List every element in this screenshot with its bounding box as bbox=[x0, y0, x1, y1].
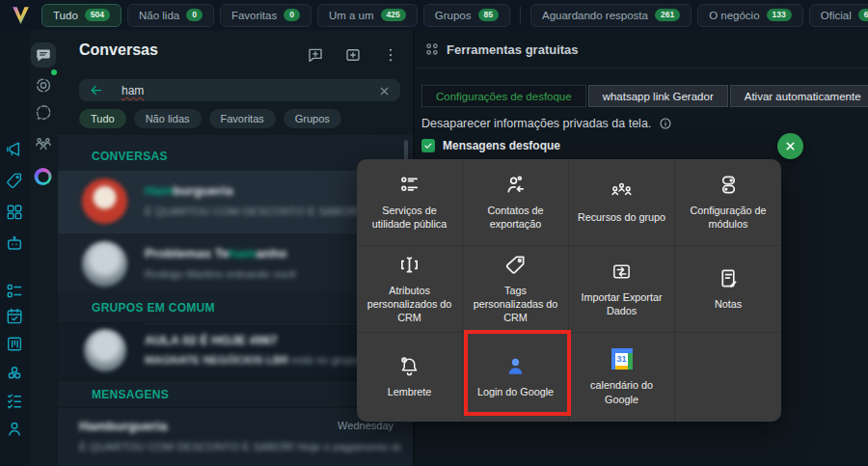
empty-icon bbox=[718, 367, 740, 389]
add-window-icon[interactable] bbox=[344, 46, 362, 64]
tab-count-badge: 261 bbox=[655, 9, 680, 22]
tool-recursos-do-grupo[interactable]: Recursos do grupo bbox=[569, 159, 675, 246]
tab-label: Não lida bbox=[139, 10, 179, 21]
communities-icon[interactable] bbox=[35, 134, 53, 152]
tool-contatos-de-exporta-o[interactable]: Contatos de exportação bbox=[463, 159, 569, 246]
tool-label: Login do Google bbox=[477, 385, 554, 398]
section-label: MENSAGENS bbox=[92, 388, 169, 401]
google-calendar-icon: 31 bbox=[610, 348, 633, 370]
topbar-tab-n-o-lida[interactable]: Não lida0 bbox=[127, 4, 214, 27]
topbar-tab-o-neg-cio[interactable]: O negócio133 bbox=[697, 4, 803, 27]
crm-attributes-icon bbox=[398, 254, 420, 276]
tool-atributos-personalizados-do-crm[interactable]: Atributos personalizados do CRM bbox=[357, 246, 463, 333]
tools-tab-ativar-automaticamente[interactable]: Ativar automaticamente bbox=[730, 85, 868, 107]
tools-tab-bar: Configurações de desfoquewhatsapp link G… bbox=[421, 85, 868, 107]
tool-notas[interactable]: Notas bbox=[675, 246, 781, 333]
tab-count-badge: 425 bbox=[381, 9, 406, 22]
meta-ai-icon[interactable] bbox=[35, 168, 53, 186]
back-arrow-icon[interactable] bbox=[89, 83, 103, 97]
org-circles-icon[interactable] bbox=[6, 364, 24, 382]
tab-count-badge: 504 bbox=[85, 9, 110, 22]
filter-chip-n-o-lidas[interactable]: Não lidas bbox=[134, 109, 202, 128]
info-icon[interactable] bbox=[659, 117, 672, 130]
tool-importar-exportar-dados[interactable]: Importar Exportar Dados bbox=[569, 246, 675, 333]
topbar-tab-list: Tudo504Não lida0Favoritas0Um a um425Grup… bbox=[41, 3, 868, 27]
checkbox-checked-icon[interactable] bbox=[421, 139, 435, 152]
sidebar-primary-rail bbox=[0, 30, 30, 466]
filter-chip-grupos[interactable]: Grupos bbox=[284, 109, 341, 128]
close-button[interactable] bbox=[777, 133, 803, 159]
app-logo-icon bbox=[9, 3, 33, 27]
apps-grid-icon bbox=[424, 41, 440, 57]
sidebar-secondary-rail bbox=[29, 30, 58, 466]
channels-icon[interactable] bbox=[35, 103, 53, 122]
online-dot bbox=[51, 69, 57, 75]
tool-configura-o-de-m-dulos[interactable]: Configuração de módulos bbox=[675, 159, 781, 246]
status-icon[interactable] bbox=[35, 76, 53, 95]
tab-label: Aguardando resposta bbox=[542, 10, 648, 21]
search-bar[interactable]: ham bbox=[79, 79, 400, 101]
clear-search-icon[interactable] bbox=[378, 84, 391, 96]
kebab-menu-icon[interactable] bbox=[382, 46, 399, 64]
tool-login-do-google[interactable]: Login do Google bbox=[463, 333, 569, 422]
list-boxes-icon[interactable] bbox=[6, 282, 24, 300]
checkbox-label: Mensagens desfoque bbox=[443, 139, 560, 152]
tool-lembrete[interactable]: Lembrete bbox=[357, 333, 463, 422]
conversations-title: Conversas bbox=[79, 41, 158, 59]
tab-count-badge: 133 bbox=[767, 9, 792, 22]
megaphone-icon[interactable] bbox=[6, 140, 24, 158]
task-list-icon[interactable] bbox=[6, 392, 24, 410]
topbar-tab-aguardando-resposta[interactable]: Aguardando resposta261 bbox=[530, 4, 692, 27]
tools-tab-whatsapp-link-gerador[interactable]: whatsapp link Gerador bbox=[588, 85, 728, 107]
tools-header: Ferramentas gratuitas bbox=[415, 30, 868, 69]
message-title: Hamburgueria bbox=[79, 419, 168, 433]
tool-empty bbox=[675, 333, 781, 422]
tool-tags-personalizadas-do-crm[interactable]: Tags personalizadas do CRM bbox=[463, 246, 569, 333]
filter-chip-favoritas[interactable]: Favoritas bbox=[209, 109, 276, 128]
tab-label: Grupos bbox=[435, 10, 472, 21]
tool-label: Atributos personalizados do CRM bbox=[365, 284, 454, 325]
chat-icon[interactable] bbox=[31, 42, 56, 68]
topbar-tab-oficial[interactable]: Oficial62 bbox=[809, 4, 868, 27]
blur-messages-checkbox-row[interactable]: Mensagens desfoque bbox=[421, 139, 560, 152]
topbar-tab-tudo[interactable]: Tudo504 bbox=[41, 4, 122, 27]
import-export-icon bbox=[610, 260, 633, 283]
bot-icon[interactable] bbox=[6, 234, 24, 253]
tool-label: Tags personalizadas do CRM bbox=[471, 284, 560, 325]
tool-servi-os-de-utilidade-p-blica[interactable]: Serviços de utilidade pública bbox=[357, 159, 463, 246]
meta-ai-ring bbox=[35, 168, 52, 185]
topbar-tab-um-a-um[interactable]: Um a um425 bbox=[317, 4, 418, 27]
tools-title: Ferramentas gratuitas bbox=[447, 42, 579, 57]
group-title: AULA 02 É HOJE #067 bbox=[145, 333, 278, 347]
chat-name: Hamburgueria bbox=[145, 183, 233, 198]
calendar-check-icon[interactable] bbox=[6, 307, 24, 325]
tab-label: Um a um bbox=[329, 10, 374, 21]
person-icon[interactable] bbox=[6, 420, 24, 438]
search-input[interactable]: ham bbox=[122, 84, 144, 97]
tab-count-badge: 62 bbox=[858, 9, 868, 22]
topbar-tab-favoritas[interactable]: Favoritas0 bbox=[220, 4, 312, 27]
new-chat-icon[interactable] bbox=[307, 46, 324, 64]
tool-label: Configuração de módulos bbox=[683, 204, 773, 232]
tools-tab-configura-es-de-desfoque[interactable]: Configurações de desfoque bbox=[421, 85, 586, 107]
tab-label: Favoritas bbox=[231, 10, 277, 21]
tab-label: Tudo bbox=[53, 10, 78, 21]
modules-icon[interactable] bbox=[6, 203, 24, 221]
app-screen: Tudo504Não lida0Favoritas0Um a um425Grup… bbox=[0, 0, 868, 466]
tool-label: Notas bbox=[715, 297, 742, 311]
topbar-tab-grupos[interactable]: Grupos85 bbox=[423, 4, 510, 27]
tag-icon[interactable] bbox=[6, 172, 24, 190]
google-calendar-icon: 31 bbox=[611, 348, 633, 370]
tool-label: Contatos de exportação bbox=[471, 204, 560, 232]
chat-name: Problemas Tehamanho bbox=[145, 246, 287, 260]
tool-calend-rio-do-google[interactable]: 31calendário do Google bbox=[569, 333, 675, 422]
filter-chip-tudo[interactable]: Tudo bbox=[79, 109, 126, 128]
reminder-icon bbox=[398, 355, 420, 377]
section-label: CONVERSAS bbox=[92, 150, 168, 163]
tool-label: Serviços de utilidade pública bbox=[365, 204, 454, 232]
tab-label: Oficial bbox=[821, 10, 852, 21]
tool-label: Importar Exportar Dados bbox=[577, 290, 666, 318]
tool-label: calendário do Google bbox=[577, 378, 666, 406]
kanban-icon[interactable] bbox=[6, 335, 24, 353]
tab-count-badge: 0 bbox=[186, 9, 203, 22]
